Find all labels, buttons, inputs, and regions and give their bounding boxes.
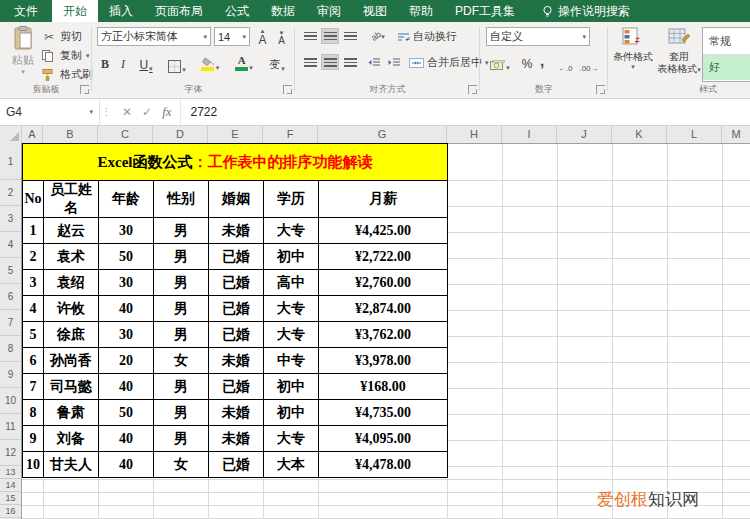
cell-salary[interactable]: ¥4,095.00: [319, 426, 448, 452]
cell-name[interactable]: 袁绍: [44, 270, 99, 296]
formula-input[interactable]: 2722: [181, 105, 218, 119]
copy-button[interactable]: 复制 ▾: [42, 47, 93, 64]
header-age[interactable]: 年龄: [99, 181, 154, 218]
cell-salary[interactable]: ¥4,425.00: [319, 218, 448, 244]
cell-no[interactable]: 9: [23, 426, 44, 452]
cell-name[interactable]: 司马懿: [44, 374, 99, 400]
cell-salary[interactable]: ¥4,735.00: [319, 400, 448, 426]
row-header-16[interactable]: 16: [0, 505, 21, 518]
row-header-13[interactable]: 13: [0, 466, 21, 479]
cell-age[interactable]: 40: [99, 296, 154, 322]
decrease-decimal-button[interactable]: .00→: [578, 55, 600, 73]
header-education[interactable]: 学历: [264, 181, 319, 218]
column-header-A[interactable]: A: [22, 125, 43, 143]
column-header-K[interactable]: K: [612, 125, 667, 143]
cell-education[interactable]: 中专: [264, 348, 319, 374]
cell-salary[interactable]: ¥3,978.00: [319, 348, 448, 374]
conditional-formatting-button[interactable]: ≠ 条件格式 ▾: [610, 27, 656, 70]
cell-age[interactable]: 40: [99, 374, 154, 400]
cell-education[interactable]: 大专: [264, 426, 319, 452]
alignment-dialog-launcher[interactable]: [468, 85, 477, 94]
cell-age[interactable]: 40: [99, 426, 154, 452]
cell-name[interactable]: 徐庶: [44, 322, 99, 348]
cell-gender[interactable]: 男: [154, 322, 209, 348]
cell-no[interactable]: 6: [23, 348, 44, 374]
paste-button[interactable]: 粘贴▾: [6, 26, 40, 88]
column-header-B[interactable]: B: [43, 125, 98, 143]
row-header-6[interactable]: 6: [0, 284, 21, 310]
row-header-11[interactable]: 11: [0, 414, 21, 440]
column-header-L[interactable]: L: [667, 125, 722, 143]
cell-education[interactable]: 大专: [264, 296, 319, 322]
fill-color-button[interactable]: ▾: [196, 53, 224, 71]
column-header-D[interactable]: D: [153, 125, 208, 143]
cell-name[interactable]: 甘夫人: [44, 452, 99, 478]
format-painter-button[interactable]: 格式刷: [42, 66, 93, 83]
cell-name[interactable]: 许攸: [44, 296, 99, 322]
wrap-text-button[interactable]: 自动换行: [397, 29, 457, 44]
table-title[interactable]: Excel函数公式：工作表中的排序功能解读: [23, 144, 448, 181]
cell-age[interactable]: 30: [99, 218, 154, 244]
cell-gender[interactable]: 男: [154, 270, 209, 296]
cell-gender[interactable]: 男: [154, 426, 209, 452]
cell-salary[interactable]: ¥2,760.00: [319, 270, 448, 296]
increase-indent-button[interactable]: [385, 54, 403, 70]
cell-no[interactable]: 7: [23, 374, 44, 400]
cell-education[interactable]: 大本: [264, 452, 319, 478]
cell-education[interactable]: 大专: [264, 218, 319, 244]
row-header-1[interactable]: 1: [0, 143, 21, 180]
clipboard-dialog-launcher[interactable]: [80, 85, 89, 94]
header-marital[interactable]: 婚姻: [209, 181, 264, 218]
cell-no[interactable]: 3: [23, 270, 44, 296]
shrink-font-button[interactable]: ▼A: [273, 28, 290, 46]
align-left-button[interactable]: [301, 54, 319, 70]
cell-salary[interactable]: ¥3,762.00: [319, 322, 448, 348]
cell-marital[interactable]: 已婚: [209, 244, 264, 270]
cancel-icon[interactable]: ✕: [122, 105, 132, 119]
header-gender[interactable]: 性别: [154, 181, 209, 218]
column-header-H[interactable]: H: [447, 125, 502, 143]
row-header-14[interactable]: 14: [0, 479, 21, 492]
cell-no[interactable]: 5: [23, 322, 44, 348]
number-dialog-launcher[interactable]: [596, 85, 605, 94]
cell-style-normal[interactable]: 常规: [703, 28, 750, 54]
cell-no[interactable]: 2: [23, 244, 44, 270]
cell-no[interactable]: 1: [23, 218, 44, 244]
italic-button[interactable]: I: [116, 54, 130, 72]
cell-marital[interactable]: 已婚: [209, 296, 264, 322]
tab-file[interactable]: 文件: [0, 0, 52, 22]
cell-salary[interactable]: ¥4,478.00: [319, 452, 448, 478]
cell-age[interactable]: 40: [99, 452, 154, 478]
row-header-10[interactable]: 10: [0, 388, 21, 414]
number-format-combo[interactable]: 自定义▾: [486, 27, 590, 46]
borders-button[interactable]: ▾: [164, 55, 190, 73]
bold-button[interactable]: B: [98, 54, 112, 72]
cell-salary[interactable]: ¥168.00: [319, 374, 448, 400]
grow-font-button[interactable]: ▲A: [254, 28, 271, 46]
cell-gender[interactable]: 男: [154, 400, 209, 426]
tab-formulas[interactable]: 公式: [214, 0, 260, 22]
cell-gender[interactable]: 男: [154, 218, 209, 244]
cell-no[interactable]: 4: [23, 296, 44, 322]
align-right-button[interactable]: [341, 54, 359, 70]
font-dialog-launcher[interactable]: [283, 85, 292, 94]
align-top-button[interactable]: [301, 28, 319, 44]
cell-gender[interactable]: 男: [154, 244, 209, 270]
row-header-9[interactable]: 9: [0, 362, 21, 388]
merge-center-button[interactable]: 合并后居中 ▾: [409, 55, 489, 70]
header-name[interactable]: 员工姓名: [44, 181, 99, 218]
underline-button[interactable]: U▾: [134, 54, 158, 72]
cell-gender[interactable]: 男: [154, 296, 209, 322]
orientation-button[interactable]: ab▾: [365, 28, 391, 44]
format-as-table-button[interactable]: 套用 表格格式▾: [656, 27, 702, 76]
phonetic-guide-button[interactable]: 变▾: [264, 54, 290, 72]
row-header-2[interactable]: 2: [0, 180, 21, 206]
tell-me-search[interactable]: 操作说明搜索: [542, 0, 630, 22]
row-header-15[interactable]: 15: [0, 492, 21, 505]
row-header-5[interactable]: 5: [0, 258, 21, 284]
font-name-combo[interactable]: 方正小标宋简体▾: [97, 27, 211, 46]
insert-function-icon[interactable]: fx: [162, 104, 171, 120]
column-header-G[interactable]: G: [318, 125, 447, 143]
cell-education[interactable]: 高中: [264, 270, 319, 296]
column-header-M[interactable]: M: [722, 125, 750, 143]
